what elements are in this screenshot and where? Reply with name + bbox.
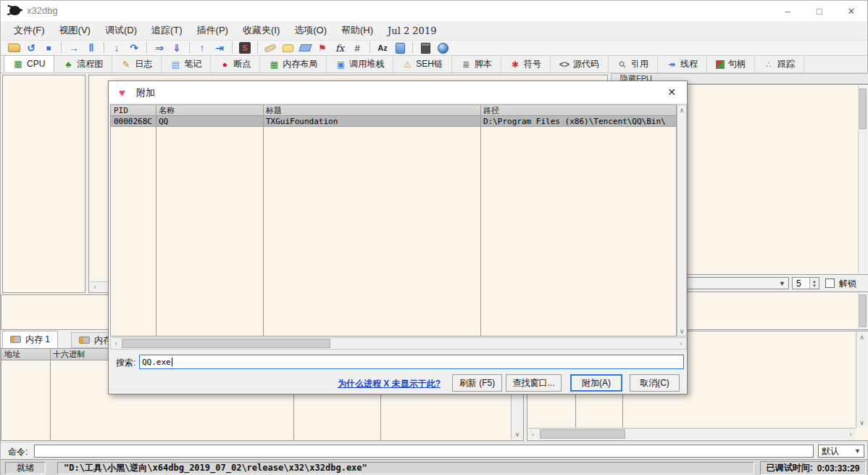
scroll-left-icon[interactable]: ‹ xyxy=(528,429,538,439)
scrollbar-thumb[interactable] xyxy=(122,339,330,348)
unlock-checkbox[interactable] xyxy=(825,278,835,288)
chevron-down-icon: ▼ xyxy=(854,447,861,455)
globe-icon[interactable] xyxy=(438,43,448,54)
scroll-up-icon[interactable]: ∧ xyxy=(677,105,686,115)
attach-dialog: ♥ 附加 ✕ PID 名称 标题 路径 0000268C QQ TXGuiFou… xyxy=(108,80,688,395)
process-table-hscrollbar[interactable]: ‹ › xyxy=(110,337,687,350)
tab-trace[interactable]: ∴跟踪 xyxy=(755,56,804,73)
source-icon: <> xyxy=(559,59,569,70)
cell-pid: 0000268C xyxy=(111,116,156,126)
scroll-right-icon[interactable]: › xyxy=(846,429,856,439)
unlock-label: 解锁 xyxy=(839,278,856,290)
open-file-icon[interactable] xyxy=(8,44,20,52)
close-button[interactable]: ✕ xyxy=(835,1,867,21)
bookmark-icon[interactable]: ⚑ xyxy=(315,41,330,54)
scroll-right-icon[interactable]: › xyxy=(676,338,686,349)
command-label: 命令: xyxy=(8,446,28,458)
scroll-down-icon[interactable]: ∨ xyxy=(856,418,867,428)
tab-log[interactable]: ✎日志 xyxy=(112,56,162,73)
stack-hscrollbar[interactable]: ‹ › xyxy=(528,428,856,439)
hash-icon[interactable]: # xyxy=(350,41,364,54)
command-input[interactable] xyxy=(34,445,814,458)
scroll-down-icon[interactable]: ∨ xyxy=(512,429,523,439)
run-to-user-code-icon[interactable]: ⇥ xyxy=(212,41,227,54)
function-icon[interactable]: fx xyxy=(333,41,347,54)
menu-trace[interactable]: 追踪(T) xyxy=(144,21,190,40)
scroll-up-icon[interactable]: ∧ xyxy=(856,332,867,342)
scrollbar-thumb[interactable] xyxy=(859,88,867,129)
tab-seh-chain[interactable]: ⚠SEH链 xyxy=(393,56,452,73)
spinner-arrows-icon[interactable]: ▴▾ xyxy=(809,278,819,289)
maximize-button[interactable]: □ xyxy=(804,1,835,21)
stack-vscrollbar[interactable]: ∧ ∨ xyxy=(856,332,867,428)
tab-threads[interactable]: ↠线程 xyxy=(658,56,707,73)
menu-options[interactable]: 选项(O) xyxy=(287,21,334,40)
tab-memory-map[interactable]: ▦内存布局 xyxy=(260,56,327,73)
step-over-icon[interactable]: ↷ xyxy=(127,41,141,54)
command-mode-combobox[interactable]: 默认 ▼ xyxy=(818,445,864,458)
scroll-left-icon[interactable]: ‹ xyxy=(111,338,121,349)
menu-debug[interactable]: 调试(D) xyxy=(98,21,144,40)
window-icon[interactable] xyxy=(396,43,405,54)
column-pid[interactable]: PID xyxy=(111,105,156,115)
find-window-button[interactable]: 查找窗口... xyxy=(506,374,562,392)
column-name[interactable]: 名称 xyxy=(156,105,263,115)
attach-dialog-titlebar: ♥ 附加 ✕ xyxy=(109,81,687,103)
refresh-button[interactable]: 刷新 (F5) xyxy=(452,374,502,392)
menu-file[interactable]: 文件(F) xyxy=(7,21,52,40)
column-path[interactable]: 路径 xyxy=(480,105,676,115)
menu-help[interactable]: 帮助(H) xyxy=(334,21,380,40)
search-input[interactable]: QQ.exe xyxy=(139,355,684,369)
tab-script[interactable]: ≣脚本 xyxy=(452,56,501,73)
tab-dump-1[interactable]: 内存 1 xyxy=(2,331,58,348)
attach-dialog-close-button[interactable]: ✕ xyxy=(656,81,687,103)
handles-icon xyxy=(716,60,725,69)
scroll-down-icon[interactable]: ∨ xyxy=(677,326,686,336)
log-icon: ✎ xyxy=(121,59,131,70)
restart-icon[interactable]: ↺ xyxy=(24,41,38,54)
cancel-button[interactable]: 取消(C) xyxy=(630,374,680,392)
minimize-button[interactable]: – xyxy=(772,1,804,21)
execute-till-return-icon[interactable]: ⇓ xyxy=(170,41,184,54)
run-to-selection-icon[interactable]: ⇒ xyxy=(152,41,167,54)
why-process-not-shown-link[interactable]: 为什么进程 X 未显示于此? xyxy=(338,378,441,390)
tab-breakpoints[interactable]: ●断点 xyxy=(211,56,260,73)
patch-icon[interactable] xyxy=(264,43,276,52)
tab-handles[interactable]: 句柄 xyxy=(707,56,755,73)
tab-call-stack[interactable]: ▣调用堆栈 xyxy=(327,56,393,73)
stack-depth-spinner[interactable]: 5 ▴▾ xyxy=(792,277,819,289)
attach-button[interactable]: 附加(A) xyxy=(570,374,622,392)
arguments-vscrollbar[interactable] xyxy=(858,293,867,329)
column-address[interactable]: 地址 xyxy=(1,349,50,360)
tab-source[interactable]: <>源代码 xyxy=(551,56,609,73)
pause-icon[interactable]: ‖ xyxy=(84,41,99,54)
heart-icon: ♥ xyxy=(119,86,125,99)
tab-references[interactable]: ⚲引用 xyxy=(609,56,658,73)
tab-symbols[interactable]: ✱符号 xyxy=(501,56,551,73)
comment-icon[interactable] xyxy=(283,44,293,52)
animate-icon[interactable]: S xyxy=(239,42,251,54)
registers-vscrollbar[interactable] xyxy=(858,86,867,273)
menu-plugins[interactable]: 插件(P) xyxy=(190,21,235,40)
scrollbar-thumb[interactable] xyxy=(540,429,625,439)
menu-view[interactable]: 视图(V) xyxy=(52,21,98,40)
scroll-left-icon[interactable]: ‹ xyxy=(90,282,100,292)
tab-graph[interactable]: ♣流程图 xyxy=(54,56,112,73)
stop-icon[interactable]: ■ xyxy=(41,41,56,54)
status-debug-time: 已调试时间: 0:03:33:29 xyxy=(760,461,866,475)
process-row-selected[interactable]: 0000268C QQ TXGuiFoundation D:\Program F… xyxy=(111,116,676,127)
case-icon[interactable]: Az xyxy=(375,41,390,54)
process-table-vscrollbar[interactable]: ∧ ∨ xyxy=(677,104,687,336)
calculator-icon[interactable] xyxy=(421,43,430,54)
step-into-icon[interactable]: ↓ xyxy=(109,41,124,54)
tab-cpu[interactable]: ▦CPU xyxy=(4,55,54,73)
menu-favourites[interactable]: 收藏夹(I) xyxy=(235,21,287,40)
title-bar: x32dbg – □ ✕ xyxy=(1,1,867,21)
status-ready-badge: 就绪 xyxy=(5,462,46,474)
step-out-icon[interactable]: ↑ xyxy=(195,41,209,54)
scrollbar-thumb[interactable] xyxy=(859,294,867,327)
run-icon[interactable]: → xyxy=(67,41,81,54)
tab-notes[interactable]: ▤笔记 xyxy=(162,56,211,73)
column-title[interactable]: 标题 xyxy=(263,105,480,115)
label-icon[interactable] xyxy=(299,44,312,51)
